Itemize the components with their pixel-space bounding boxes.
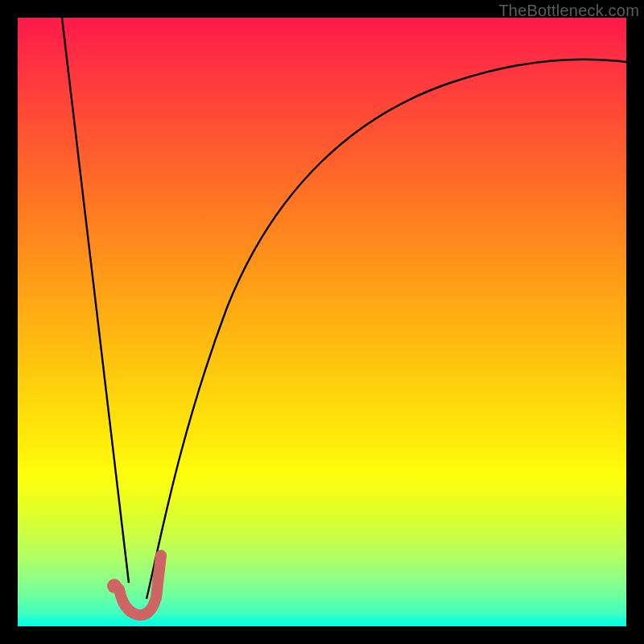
curve-layer — [18, 18, 626, 626]
chart-frame: TheBottleneck.com — [0, 0, 644, 644]
curve-left-branch — [62, 18, 129, 583]
j-hook-marker — [119, 555, 161, 615]
curve-right-branch — [147, 60, 626, 599]
selected-point-marker — [107, 579, 122, 593]
watermark-text: TheBottleneck.com — [498, 2, 639, 20]
